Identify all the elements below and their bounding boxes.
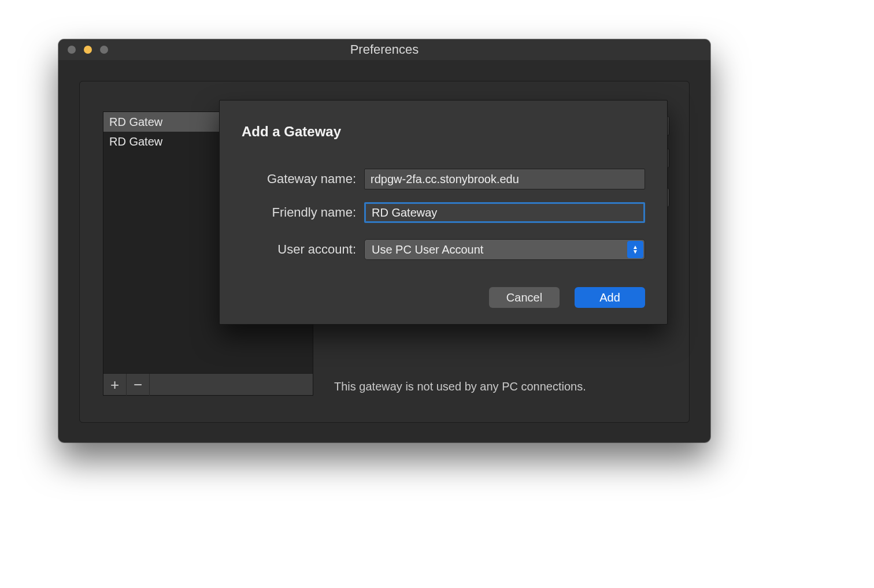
list-item-label: RD Gatew — [109, 135, 162, 148]
gateway-status-text: This gateway is not used by any PC conne… — [334, 380, 586, 393]
gateway-list-footer: + − — [103, 373, 313, 395]
friendly-name-label: Friendly name: — [242, 205, 356, 220]
friendly-name-row: Friendly name: — [220, 202, 667, 223]
gateway-name-row: Gateway name: — [220, 169, 667, 189]
add-button[interactable]: Add — [575, 287, 645, 308]
plus-icon: + — [110, 376, 119, 394]
add-gateway-button[interactable]: + — [103, 374, 127, 396]
gateway-name-input[interactable] — [364, 169, 645, 189]
user-account-label: User account: — [242, 242, 356, 257]
user-account-row: User account: Use PC User Account ▲▼ — [220, 239, 667, 260]
preferences-window: Preferences RD Gatew RD Gatew + − — [58, 39, 710, 442]
chevron-up-down-icon: ▲▼ — [627, 241, 643, 258]
gateway-name-label: Gateway name: — [242, 172, 356, 187]
dialog-title: Add a Gateway — [242, 124, 341, 140]
zoom-window-button[interactable] — [100, 46, 108, 54]
traffic-lights — [58, 46, 108, 54]
user-account-select[interactable]: Use PC User Account ▲▼ — [364, 239, 645, 260]
user-account-value: Use PC User Account — [372, 243, 483, 256]
cancel-button-label: Cancel — [506, 291, 542, 304]
friendly-name-input[interactable] — [364, 202, 645, 223]
add-button-label: Add — [599, 291, 620, 304]
minus-icon: − — [134, 376, 142, 394]
window-title: Preferences — [58, 42, 710, 57]
remove-gateway-button[interactable]: − — [127, 374, 150, 396]
cancel-button[interactable]: Cancel — [489, 287, 560, 308]
close-window-button[interactable] — [68, 46, 76, 54]
dialog-button-row: Cancel Add — [489, 287, 645, 308]
titlebar: Preferences — [58, 39, 710, 60]
add-gateway-dialog: Add a Gateway Gateway name: Friendly nam… — [219, 100, 668, 325]
list-item-label: RD Gatew — [109, 116, 162, 128]
minimize-window-button[interactable] — [84, 46, 92, 54]
